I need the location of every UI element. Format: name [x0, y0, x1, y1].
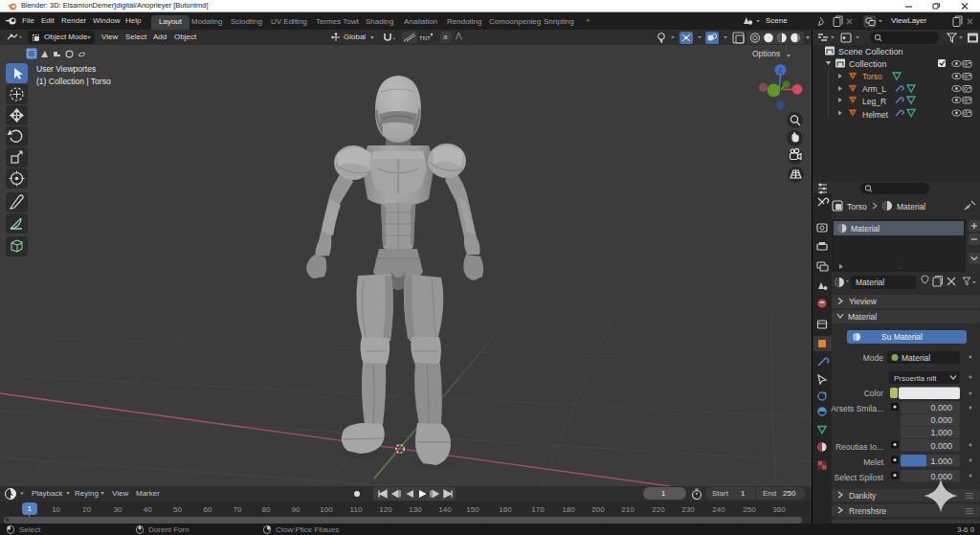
svg-text:Scene Collection: Scene Collection [838, 47, 903, 56]
svg-text:Collection: Collection [849, 59, 887, 69]
svg-text:0.000: 0.000 [930, 415, 952, 425]
svg-text:Z: Z [778, 67, 783, 74]
svg-text:::::: :::: [897, 264, 902, 270]
svg-text:1.000: 1.000 [930, 428, 952, 437]
svg-text:1.000: 1.000 [930, 457, 952, 466]
svg-text:TNT: TNT [419, 35, 431, 41]
svg-text:0.000: 0.000 [930, 403, 952, 412]
svg-text:0.000: 0.000 [930, 441, 952, 451]
